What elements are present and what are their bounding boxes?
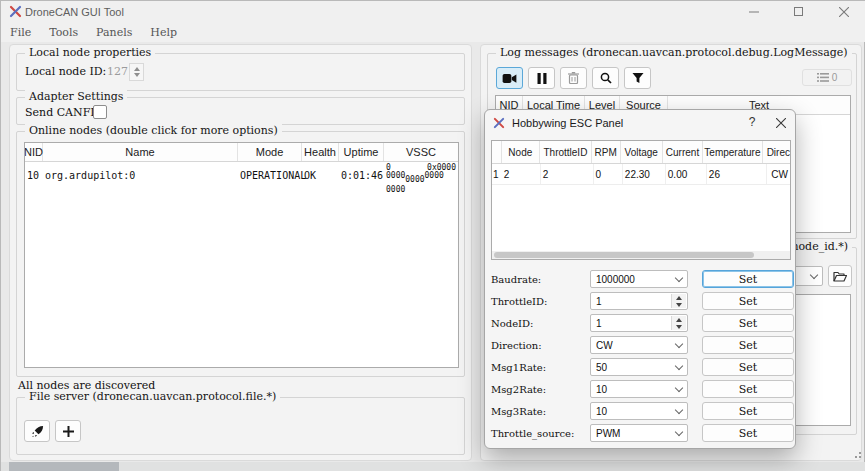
file-server-group-title: File server (dronecan.uavcan.protocol.fi… [25,390,280,404]
maximize-button[interactable] [776,1,821,22]
esc-col-direction[interactable]: Direc [763,141,790,163]
cell-nid: 10 [25,162,43,188]
esc-col-current[interactable]: Current [663,141,703,163]
menu-panels[interactable]: Panels [87,24,141,41]
dialog-close-button[interactable] [773,116,789,130]
esc-col-voltage[interactable]: Voltage [621,141,663,163]
menu-help[interactable]: Help [141,24,186,41]
dialog-titlebar: Hobbywing ESC Panel ? [485,110,795,136]
msg3rate-combo[interactable]: 10 [590,402,688,420]
col-health[interactable]: Health [302,143,339,161]
nodeid-label: NodeID: [491,318,590,329]
spinner-arrows-icon[interactable] [671,316,686,330]
direction-combo[interactable]: CW [590,336,688,354]
msg1rate-set-button[interactable]: Set [702,358,794,376]
nodeid-spinbox[interactable]: 1 [590,314,688,332]
hobbywing-esc-dialog: Hobbywing ESC Panel ? Node ThrottleID RP… [484,109,796,449]
esc-cell-throttleid: 2 [541,164,594,184]
file-server-groupbox: File server (dronecan.uavcan.protocol.fi… [16,397,465,455]
esc-table-hscroll-thumb[interactable] [494,252,754,258]
trash-icon [568,72,579,84]
local-node-id-spinner[interactable] [129,63,144,81]
throttleid-spinbox[interactable]: 1 [590,292,688,310]
minimize-icon [749,7,759,17]
form-row-msg3rate: Msg3Rate: 10 Set [491,402,791,420]
throttleid-set-button[interactable]: Set [702,292,794,310]
baudrate-combo[interactable]: 1000000 [590,270,688,288]
esc-col-rpm[interactable]: RPM [592,141,621,163]
online-node-row[interactable]: 10 org.ardupilot:0 OPERATIONAL OK 0:01:4… [25,162,458,188]
online-nodes-group-title: Online nodes (double click for more opti… [25,124,282,138]
form-row-throttleid: ThrottleID: 1 Set [491,292,791,310]
col-uptime[interactable]: Uptime [339,143,384,161]
folder-open-icon [833,271,847,282]
video-camera-icon [502,73,517,84]
col-mode[interactable]: Mode [238,143,302,161]
chevron-down-icon [676,428,683,435]
rocket-icon [31,425,44,438]
esc-table[interactable]: Node ThrottleID RPM Voltage Current Temp… [491,140,791,260]
bottom-strip [1,462,865,471]
file-server-add-path-button[interactable] [55,420,81,442]
filter-funnel-icon [632,72,644,84]
log-filter-button[interactable] [624,67,651,89]
throttle-source-label: Throttle_source: [491,428,590,439]
msg2rate-label: Msg2Rate: [491,384,590,395]
msg2rate-set-button[interactable]: Set [702,380,794,398]
log-search-button[interactable] [592,67,619,89]
menu-file[interactable]: File [1,24,40,41]
dialog-help-button[interactable]: ? [743,115,761,131]
esc-cell-node: 2 [502,164,541,184]
direction-set-button[interactable]: Set [702,336,794,354]
msg3rate-value: 10 [596,406,607,417]
col-name[interactable]: Name [43,143,238,161]
esc-col-index [492,141,502,163]
direction-value: CW [596,340,613,351]
menu-tools[interactable]: Tools [40,24,87,41]
minimize-button[interactable] [731,1,776,22]
esc-col-throttleid[interactable]: ThrottleID [540,141,592,163]
col-nid[interactable]: NID [25,143,43,161]
list-icon [817,73,829,82]
nodeid-set-button[interactable]: Set [702,314,794,332]
esc-row[interactable]: 1 2 2 0 22.30 0.00 26 CW [492,164,790,185]
throttle-source-set-button[interactable]: Set [702,424,794,442]
esc-table-header: Node ThrottleID RPM Voltage Current Temp… [492,141,790,164]
log-clear-button[interactable] [560,67,587,89]
esc-col-temperature[interactable]: Temperature [703,141,762,163]
baudrate-label: Baudrate: [491,274,590,285]
chevron-down-icon [676,274,683,281]
log-pause-button[interactable] [528,67,555,89]
adapter-groupbox: Adapter Settings Send CANFD: [16,97,465,125]
msg2rate-combo[interactable]: 10 [590,380,688,398]
dialog-close-icon [776,118,786,128]
form-row-direction: Direction: CW Set [491,336,791,354]
local-node-id-value: 127 [107,65,128,78]
cell-health: OK [302,162,339,188]
spin-up-icon [134,67,140,71]
spinner-arrows-icon[interactable] [671,294,686,308]
log-record-button[interactable] [496,67,523,89]
throttle-source-combo[interactable]: PWM [590,424,688,442]
close-icon [839,7,849,17]
esc-table-hscrollbar[interactable] [492,251,790,259]
send-canfd-checkbox[interactable] [93,105,107,119]
resize-grip-icon[interactable] [851,448,861,458]
chevron-down-icon [676,384,683,391]
online-nodes-table[interactable]: NID Name Mode Health Uptime VSSC 10 org.… [24,142,459,368]
alloc-open-file-button[interactable] [828,265,852,287]
msg3rate-set-button[interactable]: Set [702,402,794,420]
spin-down-icon [134,73,140,77]
chevron-down-icon [676,362,683,369]
main-window: DroneCAN GUI Tool File Tools Panels Help… [0,0,865,471]
close-button[interactable] [821,1,865,22]
pause-icon [537,73,547,84]
msg1rate-combo[interactable]: 50 [590,358,688,376]
col-vssc[interactable]: VSSC [384,143,458,161]
file-server-start-button[interactable] [24,420,50,442]
local-node-groupbox: Local node properties Local node ID: 127 [16,53,465,91]
esc-col-node[interactable]: Node [502,141,540,163]
baudrate-set-button[interactable]: Set [702,270,794,288]
online-nodes-groupbox: Online nodes (double click for more opti… [16,131,465,377]
cell-name: org.ardupilot:0 [43,162,238,188]
